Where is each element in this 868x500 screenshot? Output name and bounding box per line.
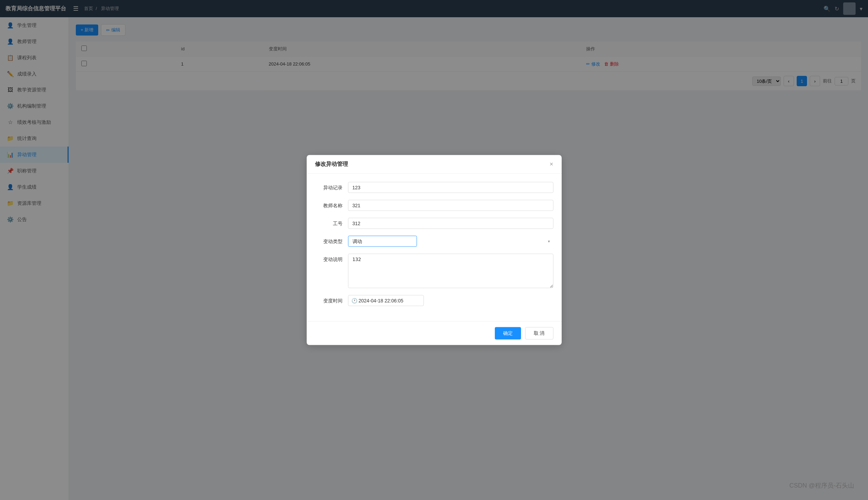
teacher-name-label: 教师名称 [315, 200, 343, 209]
record-input[interactable] [348, 182, 553, 193]
change-type-label: 变动类型 [315, 236, 343, 245]
chevron-down-icon: ▾ [548, 239, 550, 244]
job-number-input[interactable] [348, 218, 553, 229]
modal-close-button[interactable]: × [550, 161, 553, 168]
modal-body: 异动记录 教师名称 工号 变动类型 调动 晋升 离职 其他 ▾ [307, 174, 562, 321]
change-time-input[interactable] [348, 295, 424, 306]
clock-icon: 🕐 [351, 298, 357, 303]
form-row-change-desc: 变动说明 132 [315, 254, 553, 288]
record-label: 异动记录 [315, 182, 343, 191]
datetime-wrap: 🕐 [348, 295, 553, 306]
change-type-select-wrap: 调动 晋升 离职 其他 ▾ [348, 236, 553, 247]
modal-footer: 确定 取 消 [307, 321, 562, 345]
change-desc-textarea[interactable]: 132 [348, 254, 553, 288]
teacher-name-input[interactable] [348, 200, 553, 211]
change-desc-label: 变动说明 [315, 254, 343, 263]
form-row-teacher-name: 教师名称 [315, 200, 553, 211]
change-type-select[interactable]: 调动 晋升 离职 其他 [348, 236, 417, 247]
cancel-button[interactable]: 取 消 [525, 327, 553, 340]
job-number-label: 工号 [315, 218, 343, 227]
modal-title: 修改异动管理 [315, 161, 348, 168]
form-row-change-time: 变度时间 🕐 [315, 295, 553, 306]
form-row-job-number: 工号 [315, 218, 553, 229]
change-time-label: 变度时间 [315, 295, 343, 304]
modal-header: 修改异动管理 × [307, 155, 562, 174]
form-row-change-type: 变动类型 调动 晋升 离职 其他 ▾ [315, 236, 553, 247]
form-row-record: 异动记录 [315, 182, 553, 193]
confirm-button[interactable]: 确定 [495, 327, 521, 340]
edit-modal: 修改异动管理 × 异动记录 教师名称 工号 变动类型 调动 晋升 离职 [307, 155, 562, 345]
